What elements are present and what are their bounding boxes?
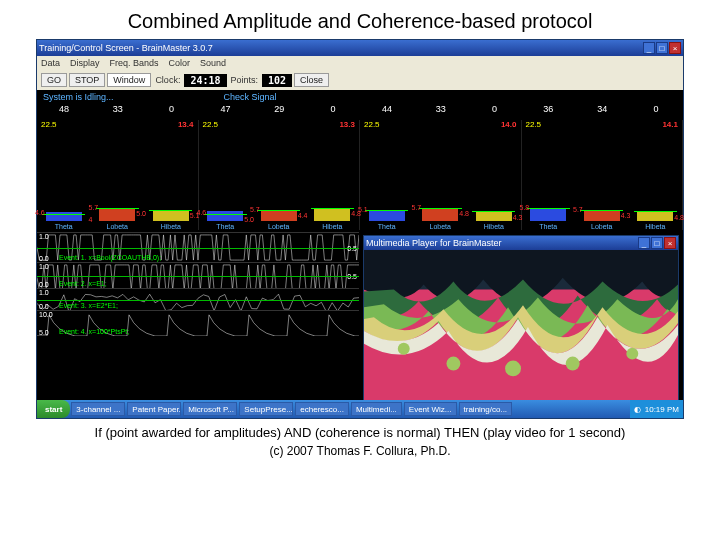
scale-bot: 0.0 bbox=[39, 255, 49, 262]
svg-point-3 bbox=[446, 357, 460, 371]
menu-data[interactable]: Data bbox=[41, 58, 60, 68]
maximize-button[interactable]: □ bbox=[656, 42, 668, 54]
window-buttons: _ □ × bbox=[643, 42, 681, 54]
waveform-stack: 1.0 0.0 0.5 Event: 1. x=Bool(ZCOAUTHB,0)… bbox=[37, 232, 359, 400]
close-window-button[interactable]: × bbox=[669, 42, 681, 54]
bar-value-left: 5.7 bbox=[89, 204, 99, 211]
scale-right: 0.5 bbox=[347, 273, 357, 280]
tray-clock: 10:19 PM bbox=[645, 405, 679, 414]
threshold-line bbox=[311, 208, 354, 209]
top-numbers-row: 48330472904433036340 bbox=[37, 104, 683, 114]
menu-color[interactable]: Color bbox=[169, 58, 191, 68]
window-button[interactable]: Window bbox=[107, 73, 151, 87]
channel-group: 22.514.15.8Theta5.74.3Lobeta4.8Hibeta bbox=[522, 120, 684, 230]
go-button[interactable]: GO bbox=[41, 73, 67, 87]
scale-bot: 5.0 bbox=[39, 329, 49, 336]
bar-value-left: 5.7 bbox=[573, 206, 583, 213]
clock-label: Clock: bbox=[153, 75, 182, 85]
threshold-line bbox=[419, 208, 462, 209]
bar-label: Hibeta bbox=[484, 223, 504, 230]
bar-label: Lobeta bbox=[430, 223, 451, 230]
amplitude-bar: 5.74.3Lobeta bbox=[575, 120, 629, 230]
scale-bot: 0.0 bbox=[39, 303, 49, 310]
taskbar-task[interactable]: Patent Paper... bbox=[127, 402, 181, 416]
brainmaster-window: Training/Control Screen - BrainMaster 3.… bbox=[36, 39, 684, 419]
bar-value-left: 5.8 bbox=[520, 204, 530, 211]
bar-fill bbox=[153, 210, 189, 221]
tray-icon[interactable]: ◐ bbox=[634, 405, 641, 414]
bar-fill bbox=[530, 208, 566, 221]
bar-fill bbox=[476, 211, 512, 221]
top-number: 0 bbox=[145, 104, 199, 114]
event-label: Event: 3. x=E2*E1; bbox=[59, 302, 118, 309]
rule-text: If (point awarded for amplitudes) AND (c… bbox=[0, 419, 720, 442]
svg-point-2 bbox=[398, 343, 410, 355]
system-tray[interactable]: ◐ 10:19 PM bbox=[630, 400, 683, 418]
media-minimize-button[interactable]: _ bbox=[638, 237, 650, 249]
media-player-window[interactable]: Multimedia Player for BrainMaster _ □ × bbox=[363, 235, 679, 417]
amplitude-bar: 5.74.4Lobeta bbox=[252, 120, 306, 230]
top-number: 48 bbox=[37, 104, 91, 114]
waveform-row: 10.0 5.0 Event: 4. x=100*PtsPt; bbox=[37, 310, 359, 336]
taskbar-task[interactable]: echeresco... bbox=[295, 402, 349, 416]
training-canvas: System is Idling... Check Signal 4833047… bbox=[37, 90, 683, 400]
points-label: Points: bbox=[229, 75, 261, 85]
midline bbox=[37, 300, 359, 301]
top-number: 29 bbox=[252, 104, 306, 114]
bar-label: Theta bbox=[55, 223, 73, 230]
media-close-button[interactable]: × bbox=[664, 237, 676, 249]
stop-button[interactable]: STOP bbox=[69, 73, 105, 87]
bar-value-left: 5.1 bbox=[358, 206, 368, 213]
window-title-text: Training/Control Screen - BrainMaster 3.… bbox=[39, 43, 643, 53]
bar-label: Lobeta bbox=[107, 223, 128, 230]
start-button[interactable]: start bbox=[37, 400, 70, 418]
menu-freqbands[interactable]: Freq. Bands bbox=[110, 58, 159, 68]
bar-fill bbox=[584, 210, 620, 221]
threshold-line bbox=[42, 214, 85, 215]
bar-label: Theta bbox=[378, 223, 396, 230]
taskbar-task[interactable]: 3-channel ... bbox=[71, 402, 125, 416]
taskbar-tasks: 3-channel ...Patent Paper...Microsoft P.… bbox=[70, 401, 629, 417]
status-right: Check Signal bbox=[224, 92, 277, 102]
media-titlebar[interactable]: Multimedia Player for BrainMaster _ □ × bbox=[364, 236, 678, 250]
media-maximize-button[interactable]: □ bbox=[651, 237, 663, 249]
threshold-line bbox=[149, 210, 192, 211]
scale-bot: 0.0 bbox=[39, 281, 49, 288]
channel-group: 22.514.05.1Theta5.74.8Lobeta4.3Hibeta bbox=[360, 120, 522, 230]
menubar: Data Display Freq. Bands Color Sound bbox=[37, 56, 683, 70]
top-number: 33 bbox=[414, 104, 468, 114]
bar-label: Lobeta bbox=[268, 223, 289, 230]
scale-top: 1.0 bbox=[39, 289, 49, 296]
taskbar-task[interactable]: Multimedi... bbox=[351, 402, 402, 416]
threshold-line bbox=[204, 214, 247, 215]
top-number: 0 bbox=[629, 104, 683, 114]
top-number: 33 bbox=[91, 104, 145, 114]
threshold-line bbox=[472, 211, 515, 212]
amplitude-bar: 5.74.8Lobeta bbox=[414, 120, 468, 230]
waveform-row: 1.0 0.0 Event: 3. x=E2*E1; bbox=[37, 288, 359, 310]
menu-sound[interactable]: Sound bbox=[200, 58, 226, 68]
bar-value-left: 4.6 bbox=[35, 209, 45, 216]
bar-fill bbox=[261, 210, 297, 221]
minimize-button[interactable]: _ bbox=[643, 42, 655, 54]
bar-fill bbox=[99, 208, 135, 221]
window-titlebar[interactable]: Training/Control Screen - BrainMaster 3.… bbox=[37, 40, 683, 56]
svg-point-5 bbox=[566, 357, 580, 371]
taskbar-task[interactable]: training/co... bbox=[459, 402, 513, 416]
amplitude-bar: 4.8Hibeta bbox=[306, 120, 360, 230]
close-button[interactable]: Close bbox=[294, 73, 329, 87]
taskbar-task[interactable]: Event Wiz... bbox=[404, 402, 457, 416]
top-number: 47 bbox=[198, 104, 252, 114]
fractal-image bbox=[364, 250, 678, 404]
bar-value-right: 4.8 bbox=[674, 214, 684, 221]
media-title-text: Multimedia Player for BrainMaster bbox=[366, 238, 638, 248]
taskbar-task[interactable]: SetupPrese... bbox=[239, 402, 293, 416]
svg-point-6 bbox=[626, 348, 638, 360]
midline bbox=[37, 248, 359, 249]
bar-value-left: 5.7 bbox=[412, 204, 422, 211]
media-window-buttons: _ □ × bbox=[638, 237, 676, 249]
event-label: Event: 2. x=E1; bbox=[59, 280, 107, 287]
bar-fill bbox=[422, 209, 458, 221]
taskbar-task[interactable]: Microsoft P... bbox=[183, 402, 237, 416]
menu-display[interactable]: Display bbox=[70, 58, 100, 68]
